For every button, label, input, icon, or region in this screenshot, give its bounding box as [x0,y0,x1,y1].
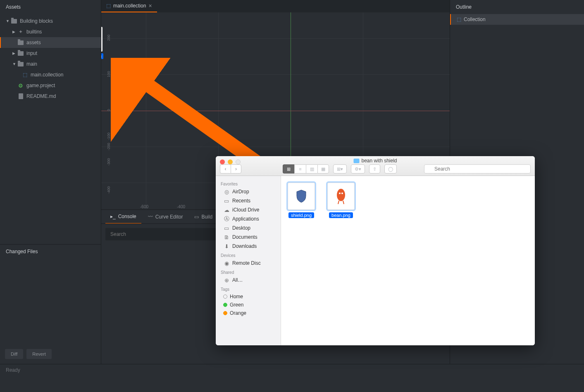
bean-icon [335,188,347,205]
tree-game-project[interactable]: ⚙game.project [0,80,101,91]
action-button[interactable]: ⚙▾ [351,164,365,173]
sidebar-item-recents[interactable]: ▭Recents [216,196,281,205]
tree-main[interactable]: ▼main [0,59,101,69]
svg-point-8 [341,192,343,194]
view-list-button[interactable]: ≡ [294,164,306,173]
sidebar-item-all[interactable]: ⊕All… [216,276,281,285]
finder-search-input[interactable] [424,164,531,173]
svg-line-9 [338,201,339,204]
tree-readme[interactable]: README.md [0,91,101,102]
tree-root[interactable]: ▼Building blocks [0,16,101,26]
build-icon: ▭ [194,214,199,220]
finder-sidebar: Favorites ◎AirDrop ▭Recents ☁iCloud Driv… [216,176,281,345]
arrange-button[interactable]: ⊞▾ [333,164,347,173]
tab-console[interactable]: ▸_Console [105,210,141,224]
sidebar-recents-label: Recents [232,198,250,204]
sidebar-downloads-label: Downloads [232,243,257,249]
svg-line-10 [343,201,344,204]
finder-window[interactable]: bean with shield ‹ › ⊞ ≡ ▥ ▦ ⊞▾ ⚙▾ ⇧ ◯ F… [216,156,535,345]
sidebar-icloud-label: iCloud Drive [232,207,259,213]
sidebar-tag-green[interactable]: Green [216,301,281,309]
ruler-tick: -400 [177,204,185,209]
sidebar-group-shared: Shared [216,268,281,276]
sidebar-item-desktop[interactable]: ▭Desktop [216,223,281,233]
status-bar: Ready [0,364,584,375]
sidebar-item-icloud[interactable]: ☁iCloud Drive [216,205,281,214]
disc-icon: ◉ [223,260,230,266]
diff-button[interactable]: Diff [5,349,23,359]
ruler-tick: -400 [107,186,111,194]
downloads-icon: ⬇ [223,243,230,249]
zoom-window-button[interactable] [236,159,241,164]
sidebar-item-applications[interactable]: ⒶApplications [216,214,281,223]
tree-root-label: Building blocks [20,18,53,24]
tag-dot-icon [223,303,227,307]
network-icon: ⊕ [223,277,230,283]
revert-button[interactable]: Revert [26,349,51,359]
tree-main-collection[interactable]: ⬚main.collection [0,69,101,80]
shield-icon [296,189,307,203]
tree-assets[interactable]: assets [0,37,101,48]
sidebar-tag-orange[interactable]: Orange [216,309,281,317]
x-axis [101,111,450,111]
view-column-button[interactable]: ▥ [306,164,317,173]
ruler-tick: 100 [107,71,111,77]
view-gallery-button[interactable]: ▦ [317,164,329,173]
sidebar-tag-home[interactable]: Home [216,292,281,301]
finder-file-shield[interactable]: shield.png [288,183,315,218]
share-button[interactable]: ⇧ [369,164,380,173]
collection-icon: ⬚ [106,3,111,9]
finder-title: bean with shield [353,158,397,164]
outline-root[interactable]: ⬚ Collection [450,14,584,25]
finder-title-text: bean with shield [361,158,397,164]
sidebar-group-devices: Devices [216,251,281,259]
assets-panel: Assets ▼Building blocks ▶✦builtins asset… [0,0,101,244]
forward-button[interactable]: › [231,164,241,173]
tab-curve-editor[interactable]: 〰Curve Editor [143,210,188,224]
minimize-window-button[interactable] [228,159,233,164]
view-icon-button[interactable]: ⊞ [283,164,294,173]
tab-build[interactable]: ▭Build [189,210,217,224]
tab-curve-label: Curve Editor [155,214,183,220]
sidebar-group-favorites: Favorites [216,179,281,187]
sidebar-applications-label: Applications [232,216,259,222]
ruler-tick: -200 [107,143,111,150]
outline-title: Outline [450,0,584,14]
finder-titlebar[interactable]: bean with shield ‹ › ⊞ ≡ ▥ ▦ ⊞▾ ⚙▾ ⇧ ◯ [216,156,535,176]
sidebar-green-label: Green [230,302,243,308]
drag-bean-label: bean.png [101,53,103,59]
vertical-ruler: 200 100 0 -100 -200 -300 -400 [107,12,112,209]
tree-input[interactable]: ▶input [0,48,101,59]
tree-input-label: input [26,50,37,56]
sidebar-item-remote-disc[interactable]: ◉Remote Disc [216,259,281,268]
gear-icon: ⚙ [17,82,24,89]
desktop-icon: ▭ [223,225,230,231]
tree-builtins[interactable]: ▶✦builtins [0,26,101,37]
sidebar-item-airdrop[interactable]: ◎AirDrop [216,187,281,196]
sidebar-remote-disc-label: Remote Disc [232,260,261,266]
sidebar-item-documents[interactable]: 🗎Documents [216,233,281,242]
sidebar-item-downloads[interactable]: ⬇Downloads [216,242,281,251]
close-window-button[interactable] [220,159,225,164]
changed-files-title: Changed Files [0,245,101,259]
finder-file-bean[interactable]: bean.png [327,183,355,218]
collection-icon: ⬚ [21,71,28,78]
tree-readme-label: README.md [26,93,56,99]
tag-dot-icon [223,295,227,299]
svg-point-7 [339,192,341,194]
ruler-tick: 200 [107,35,111,41]
sidebar-documents-label: Documents [232,234,257,240]
folder-icon [353,159,359,163]
sidebar-desktop-label: Desktop [232,225,250,231]
ruler-tick: -300 [107,158,111,166]
sidebar-home-label: Home [230,294,243,299]
finder-content[interactable]: shield.png bean.png [281,176,535,345]
editor-tab-label: main.collection [113,3,146,9]
puzzle-icon: ✦ [17,29,24,35]
editor-tab-main-collection[interactable]: ⬚ main.collection × [101,0,157,12]
tags-button[interactable]: ◯ [384,164,397,173]
back-button[interactable]: ‹ [220,164,231,173]
close-icon[interactable]: × [148,2,152,9]
outline-root-label: Collection [464,17,486,22]
tree-game-project-label: game.project [26,83,55,88]
